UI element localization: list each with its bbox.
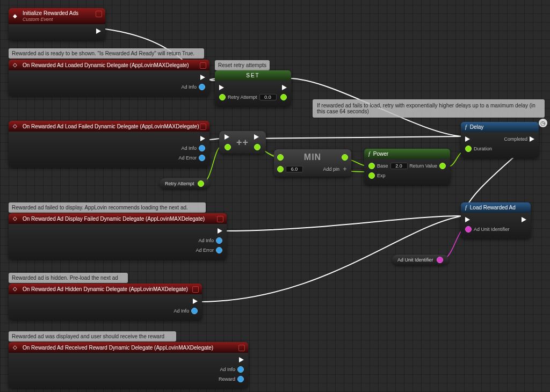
node-increment[interactable]: ++: [219, 131, 266, 154]
exec-out-pin[interactable]: [218, 228, 222, 234]
exec-out-pin[interactable]: [239, 357, 244, 362]
node-set[interactable]: SET Retry Attempt0.0: [215, 70, 291, 106]
string-out-pin[interactable]: [437, 257, 443, 263]
var-label: Ad Unit Identifier: [397, 257, 433, 263]
obj-out-pin[interactable]: [199, 84, 205, 90]
node-header: SET: [215, 70, 291, 81]
exec-out-pin[interactable]: [530, 136, 534, 142]
node-min[interactable]: MIN 6.0 Add pin ＋: [274, 149, 351, 177]
exec-out-pin[interactable]: [282, 85, 287, 90]
var-label: Retry Attempt: [165, 181, 194, 186]
exec-in-pin[interactable]: [465, 217, 470, 222]
event-icon: ◇: [13, 123, 19, 129]
inline-value[interactable]: 2.0: [390, 163, 408, 169]
node-header: ◇On Rewarded Ad Loaded Dynamic Delegate …: [9, 60, 209, 70]
obj-out-pin[interactable]: [237, 376, 244, 382]
node-subtitle: Custom Event: [23, 17, 78, 22]
obj-out-pin[interactable]: [216, 247, 222, 253]
node-delay[interactable]: fDelay ◷ Completed Duration: [461, 122, 539, 158]
node-on-rewarded-ad-received-reward[interactable]: ◇On Rewarded Ad Received Reward Dynamic …: [9, 342, 248, 388]
node-title: On Rewarded Ad Hidden Dynamic Delegate (…: [23, 286, 188, 292]
float-out-pin[interactable]: [254, 144, 260, 150]
exec-out-pin[interactable]: [193, 299, 198, 304]
string-in-pin[interactable]: [465, 226, 472, 233]
var-retry-attempt[interactable]: Retry Attempt: [160, 178, 209, 189]
float-out-pin[interactable]: [439, 163, 446, 169]
node-initialize-rewarded-ads[interactable]: ◆ Initialize Rewarded Ads Custom Event: [9, 8, 105, 40]
inline-value[interactable]: 0.0: [259, 94, 277, 100]
pin-label: Reward: [219, 376, 235, 382]
node-on-rewarded-ad-load-failed[interactable]: ◇On Rewarded Ad Load Failed Dynamic Dele…: [9, 121, 209, 167]
delegate-chip[interactable]: [238, 345, 245, 351]
obj-out-pin[interactable]: [199, 145, 205, 151]
event-icon: ◇: [13, 62, 19, 68]
exec-out-pin[interactable]: [200, 136, 205, 141]
exec-out-pin[interactable]: [96, 28, 101, 34]
pin-label: Duration: [474, 146, 492, 151]
float-in-pin[interactable]: [277, 154, 284, 161]
float-in-pin[interactable]: [368, 172, 375, 179]
obj-out-pin[interactable]: [199, 155, 205, 161]
node-header: fDelay: [461, 122, 539, 132]
node-header: fLoad Rewarded Ad: [461, 202, 531, 213]
exec-in-pin[interactable]: [225, 134, 229, 140]
node-on-rewarded-ad-hidden[interactable]: ◇On Rewarded Ad Hidden Dynamic Delegate …: [9, 284, 202, 320]
node-header: ◇On Rewarded Ad Received Reward Dynamic …: [9, 342, 248, 353]
float-in-pin[interactable]: [219, 94, 226, 100]
comment-display-failed[interactable]: Rewarded ad failed to display. AppLovin …: [9, 202, 206, 213]
node-title: SET: [246, 72, 259, 78]
float-in-pin[interactable]: [465, 146, 472, 152]
event-icon: ◇: [13, 215, 19, 222]
pin-label: Exp: [377, 173, 386, 178]
inline-value[interactable]: 6.0: [286, 166, 303, 172]
event-icon: ◆: [13, 13, 19, 19]
float-in-pin[interactable]: [277, 166, 284, 172]
pin-label: Ad Info: [198, 238, 214, 243]
delegate-chip[interactable]: [192, 286, 199, 293]
event-icon: ◇: [13, 344, 19, 351]
float-in-pin[interactable]: [368, 163, 375, 169]
float-out-pin[interactable]: [280, 94, 287, 100]
exec-out-pin[interactable]: [522, 217, 526, 222]
node-title: On Rewarded Ad Display Failed Dynamic De…: [23, 216, 205, 222]
delegate-chip[interactable]: [200, 124, 206, 130]
exec-out-pin[interactable]: [254, 134, 259, 140]
delegate-chip[interactable]: [217, 216, 223, 222]
event-icon: ◇: [13, 286, 19, 292]
node-load-rewarded-ad[interactable]: fLoad Rewarded Ad Ad Unit Identifier: [461, 202, 531, 238]
latent-icon: ◷: [539, 119, 547, 127]
pin-label: Ad Info: [220, 367, 235, 372]
node-header: ◆ Initialize Rewarded Ads Custom Event: [9, 8, 105, 24]
node-title: Power: [373, 151, 388, 157]
pin-label: Base: [377, 163, 388, 169]
node-title: On Rewarded Ad Load Failed Dynamic Deleg…: [23, 124, 199, 129]
float-in-pin[interactable]: [225, 144, 231, 150]
var-ad-unit-identifier[interactable]: Ad Unit Identifier: [392, 255, 448, 265]
delegate-chip[interactable]: [96, 11, 102, 17]
float-out-pin[interactable]: [342, 154, 348, 161]
comment-reward[interactable]: Rewarded ad was displayed and user shoul…: [9, 331, 176, 342]
exec-out-pin[interactable]: [200, 75, 205, 80]
obj-out-pin[interactable]: [216, 237, 222, 244]
comment-hidden[interactable]: Rewarded ad is hidden. Pre-load the next…: [9, 273, 128, 283]
obj-out-pin[interactable]: [191, 308, 198, 314]
comment-loaded[interactable]: Rewarded ad is ready to be shown. "Is Re…: [9, 48, 204, 59]
node-header: ◇On Rewarded Ad Hidden Dynamic Delegate …: [9, 284, 202, 294]
node-on-rewarded-ad-display-failed[interactable]: ◇On Rewarded Ad Display Failed Dynamic D…: [9, 213, 227, 259]
pin-label: Ad Error: [178, 155, 197, 161]
exec-in-pin[interactable]: [465, 136, 470, 142]
blueprint-canvas[interactable]: Rewarded ad is ready to be shown. "Is Re…: [0, 0, 550, 392]
delegate-chip[interactable]: [200, 62, 206, 69]
pin-label: Completed: [504, 136, 527, 142]
comment-reset[interactable]: Reset retry attempts: [215, 60, 270, 70]
node-title: ++: [236, 137, 249, 148]
node-power[interactable]: fPower Base2.0 Return Value Exp: [364, 149, 450, 185]
obj-out-pin[interactable]: [237, 366, 244, 373]
node-title: MIN: [304, 153, 321, 162]
float-out-pin[interactable]: [198, 180, 204, 187]
comment-retry[interactable]: If rewarded ad fails to load, retry with…: [313, 99, 545, 118]
node-on-rewarded-ad-loaded[interactable]: ◇On Rewarded Ad Loaded Dynamic Delegate …: [9, 60, 209, 96]
exec-in-pin[interactable]: [219, 85, 224, 90]
add-pin-button[interactable]: Add pin ＋: [323, 164, 348, 173]
pin-label: Return Value: [409, 163, 437, 169]
